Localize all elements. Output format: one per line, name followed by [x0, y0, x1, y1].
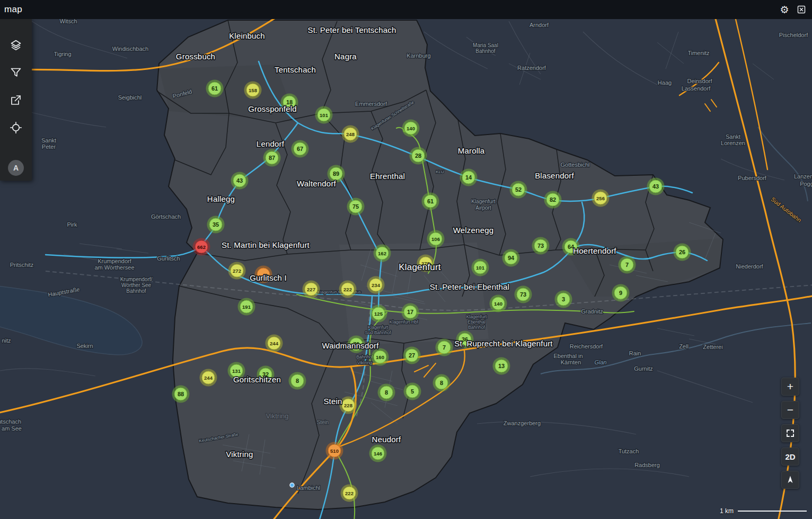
cluster-marker[interactable]: 13: [493, 357, 510, 375]
map-label-minor: Lassendorf: [682, 85, 711, 92]
compass-button[interactable]: [781, 471, 799, 489]
cluster-count: 89: [333, 171, 339, 177]
cluster-marker[interactable]: 52: [510, 181, 527, 199]
app-title: map: [4, 4, 22, 15]
map-label-minor: Lambichl: [297, 485, 320, 491]
mode-2d-button[interactable]: 2D: [781, 448, 799, 466]
cluster-marker[interactable]: 73: [515, 286, 532, 303]
cluster-marker[interactable]: 227: [303, 281, 320, 298]
cluster-marker[interactable]: 222: [341, 485, 358, 502]
cluster-marker[interactable]: 106: [427, 230, 445, 248]
filter-icon: [10, 66, 22, 79]
point-marker[interactable]: [290, 483, 294, 487]
cluster-marker[interactable]: 272: [228, 262, 246, 280]
cluster-marker[interactable]: 7: [619, 256, 636, 274]
cluster-marker[interactable]: 8: [289, 372, 306, 390]
cluster-marker[interactable]: 248: [342, 126, 359, 143]
map-label-minor: Klagenfurt Hbf: [390, 319, 419, 325]
cluster-count: 256: [596, 195, 605, 201]
cluster-marker[interactable]: 101: [472, 259, 489, 276]
zoom-out-button[interactable]: −: [781, 401, 799, 419]
cluster-marker[interactable]: 5: [404, 383, 421, 400]
cluster-marker[interactable]: 8: [433, 374, 451, 392]
cluster-marker[interactable]: 88: [172, 386, 190, 403]
map-label-major: Neudorf: [372, 435, 401, 444]
cluster-count: 35: [213, 221, 219, 228]
cluster-marker[interactable]: 43: [231, 172, 249, 190]
cluster-marker[interactable]: 162: [374, 245, 391, 262]
locate-tool-button[interactable]: [8, 120, 24, 136]
cluster-marker[interactable]: 510: [326, 442, 343, 460]
cluster-marker[interactable]: 146: [369, 445, 387, 462]
cluster-count: 227: [307, 287, 315, 292]
filter-tool-button[interactable]: [8, 65, 24, 80]
map-label-major: Grossbuch: [176, 52, 215, 61]
cluster-count: 272: [233, 268, 241, 274]
cluster-marker[interactable]: 234: [367, 276, 385, 294]
cluster-marker[interactable]: 61: [206, 80, 224, 97]
map-label-minor: Niederdorf: [736, 263, 763, 270]
map-canvas[interactable]: WitschWindischbachTigringKarnburgMaria S…: [0, 19, 812, 519]
cluster-marker[interactable]: 26: [674, 244, 691, 261]
share-icon: [10, 94, 22, 106]
cluster-marker[interactable]: 256: [592, 190, 610, 207]
cluster-count: 88: [178, 391, 184, 397]
cluster-marker[interactable]: 82: [544, 191, 562, 209]
map-label-minor: Viktring: [266, 412, 288, 420]
map-label-minor: Ebenthal: [467, 319, 486, 325]
cluster-marker[interactable]: 8: [378, 384, 395, 401]
map-label-major: Welzenegg: [453, 226, 494, 235]
cluster-marker[interactable]: 67: [292, 140, 309, 158]
cluster-marker[interactable]: 140: [402, 120, 420, 137]
cluster-marker[interactable]: 75: [347, 198, 365, 216]
cluster-marker[interactable]: 3: [555, 291, 572, 308]
cluster-marker[interactable]: 87: [263, 149, 281, 167]
share-tool-button[interactable]: [8, 92, 24, 108]
cluster-marker[interactable]: 222: [339, 281, 357, 298]
map-label-minor: Witsch: [60, 19, 77, 24]
cluster-marker[interactable]: 27: [403, 347, 421, 364]
map-label-minor: Bahnhof: [475, 48, 495, 54]
map-label-minor: Tutzach: [619, 448, 639, 454]
map-label-minor: Bahnhof: [356, 354, 373, 360]
cluster-marker[interactable]: 160: [372, 348, 389, 366]
map-label-minor: Windischbach: [112, 46, 148, 52]
cluster-marker[interactable]: 191: [238, 298, 255, 316]
cluster-marker[interactable]: 35: [207, 216, 225, 234]
cluster-marker[interactable]: 73: [532, 237, 550, 255]
cluster-marker[interactable]: 158: [244, 82, 262, 99]
map-label-minor: Sankt: [41, 137, 56, 144]
cluster-count: 191: [242, 304, 251, 310]
map-label-minor: Ebenthal in: [553, 353, 582, 359]
cluster-count: 234: [372, 282, 381, 288]
map-label-major: Gurlitsch I: [250, 273, 287, 282]
cluster-marker[interactable]: 17: [402, 303, 419, 321]
zoom-in-button[interactable]: +: [781, 378, 799, 396]
cluster-count: 222: [345, 490, 354, 496]
cluster-marker[interactable]: 125: [370, 305, 387, 323]
cluster-marker[interactable]: 662: [193, 238, 210, 256]
cluster-count: 140: [494, 301, 502, 307]
cluster-marker[interactable]: 244: [266, 335, 283, 352]
fullscreen-button[interactable]: [781, 424, 799, 442]
cluster-count: 26: [679, 249, 685, 255]
cluster-count: 7: [443, 344, 446, 351]
cluster-marker[interactable]: 140: [490, 295, 507, 312]
cluster-count: 61: [427, 198, 434, 204]
cluster-marker[interactable]: 14: [460, 169, 478, 186]
settings-gear-icon[interactable]: ⚙: [778, 3, 791, 16]
cluster-count: 8: [440, 380, 443, 386]
cluster-marker[interactable]: 101: [315, 106, 333, 124]
layers-tool-button[interactable]: [8, 37, 24, 53]
cluster-marker[interactable]: 244: [200, 369, 217, 387]
cluster-marker[interactable]: 61: [422, 193, 439, 210]
map-label-minor: Krumpendorf: [98, 258, 132, 264]
cluster-marker[interactable]: 28: [410, 147, 427, 165]
cluster-count: 27: [409, 352, 415, 359]
cluster-marker[interactable]: 43: [647, 178, 665, 195]
close-icon[interactable]: [795, 3, 808, 16]
cluster-marker[interactable]: 94: [502, 249, 520, 267]
cluster-marker[interactable]: 7: [436, 339, 453, 356]
profile-button[interactable]: A: [8, 160, 24, 176]
cluster-marker[interactable]: 9: [612, 284, 630, 302]
